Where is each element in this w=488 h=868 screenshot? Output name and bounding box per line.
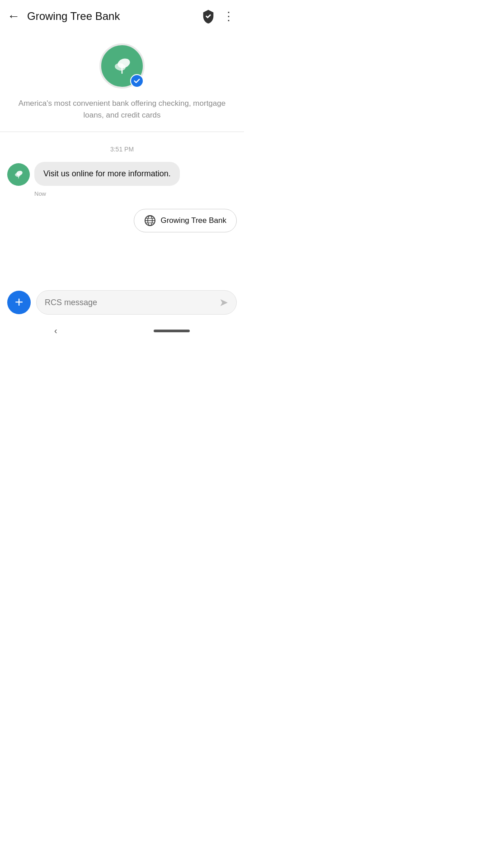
back-button[interactable]: ← (7, 10, 20, 23)
back-chevron-icon[interactable]: ‹ (54, 326, 57, 336)
shield-check-icon[interactable] (200, 8, 216, 24)
top-bar: ← Growing Tree Bank ⋮ (0, 0, 244, 31)
sender-avatar (7, 163, 30, 186)
plus-icon: + (15, 295, 23, 309)
bottom-nav: ‹ (0, 321, 244, 342)
avatar-wrapper (99, 43, 145, 89)
profile-description: America's most convenient bank offering … (18, 98, 226, 121)
message-bubble: Visit us online for more information. (34, 162, 180, 186)
message-row: Visit us online for more information. (0, 162, 244, 186)
more-vert-icon[interactable]: ⋮ (223, 10, 235, 22)
suggestion-chip[interactable]: Growing Tree Bank (134, 209, 237, 232)
nav-home-pill[interactable] (154, 330, 190, 332)
profile-section: America's most convenient bank offering … (0, 31, 244, 132)
verified-badge-icon (130, 74, 144, 88)
suggestion-label: Growing Tree Bank (160, 216, 226, 225)
message-time: Now (27, 189, 244, 204)
chat-area: 3:51 PM Visit us online for more informa… (0, 132, 244, 286)
page-title: Growing Tree Bank (27, 10, 200, 23)
message-input-wrap: ➤ (36, 290, 237, 315)
message-input[interactable] (45, 298, 216, 307)
suggestions-row: Growing Tree Bank (0, 204, 244, 241)
input-bar: + ➤ (0, 286, 244, 321)
add-button[interactable]: + (7, 291, 31, 314)
send-button[interactable]: ➤ (219, 296, 228, 309)
message-timestamp: 3:51 PM (0, 132, 244, 162)
